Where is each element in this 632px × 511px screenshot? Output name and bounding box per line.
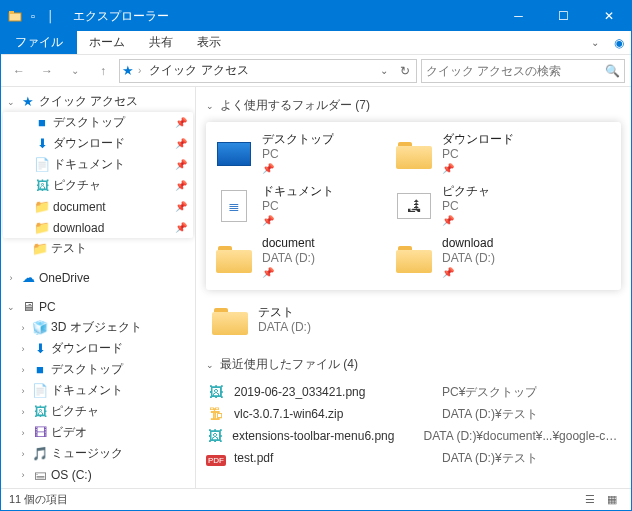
nav-item-label: ドキュメント	[53, 156, 172, 173]
folder-item[interactable]: downloadDATA (D:)📌	[390, 232, 570, 284]
pin-icon: 📌	[175, 222, 193, 233]
pin-icon: 📌	[175, 138, 193, 149]
section-frequent[interactable]: ⌄ よく使用するフォルダー (7)	[206, 97, 621, 114]
nav-item[interactable]: 📄ドキュメント📌	[3, 154, 193, 175]
address-dropdown-icon[interactable]: ⌄	[376, 65, 392, 76]
file-location: DATA (D:)¥テスト	[442, 450, 538, 467]
search-input[interactable]	[426, 64, 605, 78]
nav-item[interactable]: ■デスクトップ📌	[3, 112, 193, 133]
chevron-right-icon[interactable]: ›	[17, 365, 29, 375]
folder-icon: ≣	[214, 186, 254, 226]
nav-pane[interactable]: ⌄ ★ クイック アクセス ■デスクトップ📌⬇ダウンロード📌📄ドキュメント📌🖼ピ…	[1, 87, 196, 488]
file-name: 2019-06-23_033421.png	[234, 385, 434, 399]
nav-item-icon: 🎵	[32, 446, 48, 462]
breadcrumb[interactable]: クイック アクセス	[145, 62, 252, 79]
chevron-right-icon[interactable]: ›	[17, 323, 29, 333]
nav-quick-access[interactable]: ⌄ ★ クイック アクセス	[1, 91, 195, 112]
nav-item[interactable]: 📁テスト	[1, 238, 195, 259]
minimize-button[interactable]: ─	[496, 1, 541, 31]
nav-item[interactable]: ›⬇ダウンロード	[1, 338, 195, 359]
nav-item[interactable]: ›🧊3D オブジェクト	[1, 317, 195, 338]
titlebar[interactable]: ▫ │ エクスプローラー ─ ☐ ✕	[1, 1, 631, 31]
nav-label: クイック アクセス	[39, 93, 195, 110]
folder-item[interactable]: デスクトップPC📌	[210, 128, 390, 180]
folder-name: ピクチャ	[442, 184, 490, 199]
file-row[interactable]: 🖼extensions-toolbar-menu6.pngDATA (D:)¥d…	[206, 425, 621, 447]
nav-item[interactable]: ›🖴OS (C:)	[1, 464, 195, 485]
folder-icon: ⬇	[394, 134, 434, 174]
folder-item[interactable]: ⬇ダウンロードPC📌	[390, 128, 570, 180]
folder-item[interactable]: 🏞ピクチャPC📌	[390, 180, 570, 232]
folder-item[interactable]: ≣ドキュメントPC📌	[210, 180, 390, 232]
folder-icon	[394, 238, 434, 278]
chevron-down-icon[interactable]: ⌄	[206, 360, 214, 370]
folder-item[interactable]: documentDATA (D:)📌	[210, 232, 390, 284]
chevron-right-icon[interactable]: ›	[17, 344, 29, 354]
nav-item[interactable]: ›📄ドキュメント	[1, 380, 195, 401]
pin-icon: 📌	[442, 267, 495, 280]
folder-name: document	[262, 236, 315, 251]
close-button[interactable]: ✕	[586, 1, 631, 31]
star-icon: ★	[20, 94, 36, 110]
address-field[interactable]: ★ › クイック アクセス ⌄ ↻	[119, 59, 417, 83]
content-pane[interactable]: ⌄ よく使用するフォルダー (7) デスクトップPC📌⬇ダウンロードPC📌≣ドキ…	[196, 87, 631, 488]
nav-item[interactable]: ›■デスクトップ	[1, 359, 195, 380]
folder-name: ドキュメント	[262, 184, 334, 199]
nav-label: PC	[39, 300, 195, 314]
help-icon[interactable]: ◉	[607, 31, 631, 54]
pin-icon: 📌	[175, 159, 193, 170]
chevron-right-icon[interactable]: ›	[17, 428, 29, 438]
nav-item[interactable]: ›🎞ビデオ	[1, 422, 195, 443]
tab-file[interactable]: ファイル	[1, 31, 77, 54]
chevron-right-icon[interactable]: ›	[17, 449, 29, 459]
chevron-right-icon[interactable]: ›	[17, 386, 29, 396]
nav-item-icon: 🖼	[32, 404, 48, 420]
file-location: PC¥デスクトップ	[442, 384, 537, 401]
nav-item[interactable]: 📁download📌	[3, 217, 193, 238]
search-icon[interactable]: 🔍	[605, 64, 620, 78]
view-details-icon[interactable]: ☰	[579, 493, 601, 506]
view-large-icons-icon[interactable]: ▦	[601, 493, 623, 506]
file-row[interactable]: PDFtest.pdfDATA (D:)¥テスト	[206, 447, 621, 469]
chevron-right-icon[interactable]: ›	[5, 273, 17, 283]
qat-pin-icon[interactable]: ▫	[25, 8, 41, 24]
search-box[interactable]: 🔍	[421, 59, 625, 83]
file-icon: PDF	[206, 450, 226, 466]
nav-onedrive[interactable]: › ☁ OneDrive	[1, 267, 195, 288]
history-dropdown-icon[interactable]: ⌄	[63, 59, 87, 83]
chevron-right-icon[interactable]: ›	[17, 470, 29, 480]
nav-item-icon: 🖴	[32, 467, 48, 483]
chevron-down-icon[interactable]: ⌄	[206, 101, 214, 111]
section-recent[interactable]: ⌄ 最近使用したファイル (4)	[206, 356, 621, 373]
tab-share[interactable]: 共有	[137, 31, 185, 54]
file-name: vlc-3.0.7.1-win64.zip	[234, 407, 434, 421]
folder-icon: 🏞	[394, 186, 434, 226]
folder-item[interactable]: テストDATA (D:)	[206, 294, 386, 346]
chevron-right-icon[interactable]: ›	[138, 65, 141, 76]
tab-view[interactable]: 表示	[185, 31, 233, 54]
file-row[interactable]: 🖼2019-06-23_033421.pngPC¥デスクトップ	[206, 381, 621, 403]
maximize-button[interactable]: ☐	[541, 1, 586, 31]
file-row[interactable]: 🗜vlc-3.0.7.1-win64.zipDATA (D:)¥テスト	[206, 403, 621, 425]
nav-item-label: ミュージック	[51, 445, 195, 462]
refresh-icon[interactable]: ↻	[396, 64, 414, 78]
nav-item[interactable]: 📁document📌	[3, 196, 193, 217]
nav-item-label: テスト	[51, 240, 174, 257]
pin-icon: 📌	[262, 267, 315, 280]
nav-item[interactable]: ›🎵ミュージック	[1, 443, 195, 464]
nav-item[interactable]: ⬇ダウンロード📌	[3, 133, 193, 154]
ribbon-collapse-icon[interactable]: ⌄	[583, 31, 607, 54]
section-title: よく使用するフォルダー (7)	[220, 97, 370, 114]
nav-item[interactable]: 🖼ピクチャ📌	[3, 175, 193, 196]
nav-item[interactable]: ›🖼ピクチャ	[1, 401, 195, 422]
up-button[interactable]: ↑	[91, 59, 115, 83]
chevron-down-icon[interactable]: ⌄	[5, 302, 17, 312]
chevron-down-icon[interactable]: ⌄	[5, 97, 17, 107]
chevron-right-icon[interactable]: ›	[17, 407, 29, 417]
back-button[interactable]: ←	[7, 59, 31, 83]
nav-pc[interactable]: ⌄ 🖥 PC	[1, 296, 195, 317]
nav-item-label: ダウンロード	[53, 135, 172, 152]
forward-button[interactable]: →	[35, 59, 59, 83]
tab-home[interactable]: ホーム	[77, 31, 137, 54]
file-name: test.pdf	[234, 451, 434, 465]
